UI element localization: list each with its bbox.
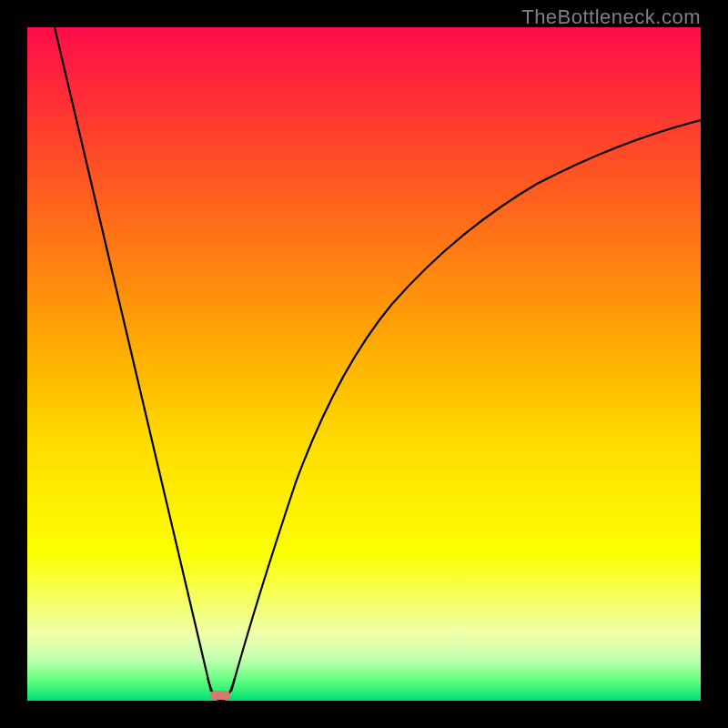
min-marker: [210, 691, 230, 700]
plot-area: [27, 27, 701, 701]
watermark-text: TheBottleneck.com: [521, 5, 701, 29]
chart-frame: TheBottleneck.com: [0, 0, 728, 728]
curve-svg: [27, 27, 701, 701]
left-branch-path: [55, 27, 211, 692]
right-branch-path: [231, 120, 701, 692]
